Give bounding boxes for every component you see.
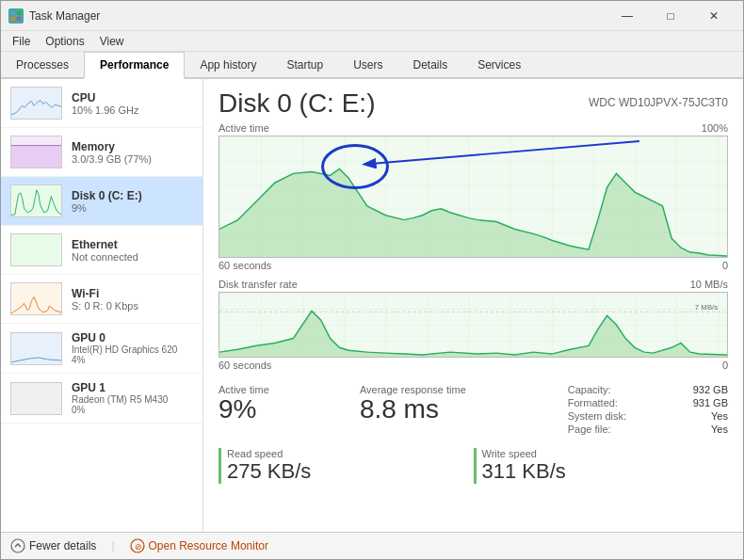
- sidebar-item-memory[interactable]: Memory 3.0/3.9 GB (77%): [1, 128, 202, 177]
- title-bar-left: Task Manager: [8, 8, 100, 24]
- avg-response-value: 8.8 ms: [360, 395, 560, 424]
- cpu-sub: 10% 1.96 GHz: [72, 104, 193, 116]
- gpu0-info: GPU 0 Intel(R) HD Graphics 6204%: [72, 331, 193, 365]
- main-content: CPU 10% 1.96 GHz Memory 3.0/3.9 GB (77%): [1, 79, 743, 532]
- mem-mini-graph: [10, 136, 62, 168]
- chart1-label: Active time: [218, 122, 269, 134]
- detail-panel: Disk 0 (C: E:) WDC WD10JPVX-75JC3T0 Acti…: [203, 79, 743, 532]
- cpu-mini-graph: [10, 87, 62, 120]
- gpu1-info: GPU 1 Radeon (TM) R5 M4300%: [72, 381, 193, 415]
- fewer-details-button[interactable]: Fewer details: [10, 538, 96, 553]
- chart1-max: 100%: [702, 122, 728, 134]
- chart2-footer-left: 60 seconds: [218, 360, 271, 371]
- resource-monitor-icon: ⊘: [130, 538, 145, 553]
- active-time-stat: Active time 9%: [218, 380, 360, 428]
- tab-app-history[interactable]: App history: [185, 52, 271, 79]
- menu-bar: File Options View: [1, 31, 743, 52]
- info-formatted: Formatted: 931 GB: [568, 397, 728, 408]
- sidebar-item-ethernet[interactable]: Ethernet Not connected: [1, 226, 202, 275]
- svg-marker-4: [11, 146, 61, 168]
- chart1-label-row: Active time 100%: [218, 122, 728, 134]
- active-time-chart: [218, 136, 728, 258]
- sidebar-item-gpu1[interactable]: GPU 1 Radeon (TM) R5 M4300%: [1, 374, 202, 424]
- formatted-label: Formatted:: [568, 397, 618, 408]
- task-manager-window: Task Manager — □ ✕ File Options View Pro…: [0, 0, 744, 560]
- cpu-info: CPU 10% 1.96 GHz: [72, 91, 193, 116]
- svg-rect-2: [11, 17, 15, 21]
- open-resource-monitor-link[interactable]: ⊘ Open Resource Monitor: [130, 538, 268, 553]
- menu-view[interactable]: View: [92, 31, 132, 51]
- disk-mini-graph: [10, 184, 62, 217]
- fewer-details-icon: [10, 538, 25, 553]
- chart2-label: Disk transfer rate: [218, 279, 298, 290]
- svg-text:7 MB/s: 7 MB/s: [695, 303, 718, 312]
- tab-users[interactable]: Users: [338, 52, 397, 79]
- disk-info-block: Capacity: 932 GB Formatted: 931 GB Syste…: [568, 380, 728, 440]
- mem-info: Memory 3.0/3.9 GB (77%): [72, 140, 193, 165]
- wifi-title: Wi-Fi: [72, 287, 193, 300]
- capacity-value: 932 GB: [693, 384, 728, 395]
- svg-point-14: [11, 539, 24, 552]
- read-speed-label: Read speed: [227, 448, 459, 459]
- eth-info: Ethernet Not connected: [72, 238, 193, 263]
- svg-text:⊘: ⊘: [135, 542, 142, 552]
- tab-details[interactable]: Details: [397, 52, 462, 79]
- wifi-sub: S: 0 R: 0 Kbps: [72, 300, 193, 312]
- chart1-footer-right: 0: [722, 260, 728, 271]
- gpu0-mini-graph: [10, 332, 62, 365]
- minimize-button[interactable]: —: [606, 3, 649, 29]
- tab-processes[interactable]: Processes: [1, 52, 84, 79]
- page-file-value: Yes: [711, 424, 728, 435]
- menu-options[interactable]: Options: [38, 31, 91, 51]
- transfer-rate-chart: 7 MB/s: [218, 292, 728, 358]
- formatted-value: 931 GB: [693, 397, 728, 408]
- gpu0-sub: Intel(R) HD Graphics 6204%: [72, 344, 193, 365]
- menu-file[interactable]: File: [5, 31, 38, 51]
- read-speed-value: 275 KB/s: [227, 459, 459, 484]
- tab-services[interactable]: Services: [462, 52, 536, 79]
- system-disk-value: Yes: [711, 410, 728, 422]
- speed-section: Read speed 275 KB/s Write speed 311 KB/s: [218, 448, 728, 484]
- tab-performance[interactable]: Performance: [84, 52, 185, 79]
- chart1-footer: 60 seconds 0: [218, 260, 728, 271]
- eth-sub: Not connected: [72, 251, 193, 263]
- svg-rect-0: [11, 11, 15, 15]
- eth-mini-graph: [10, 233, 62, 266]
- divider: |: [111, 539, 114, 552]
- sidebar-item-cpu[interactable]: CPU 10% 1.96 GHz: [1, 79, 202, 128]
- sidebar-item-disk[interactable]: Disk 0 (C: E:) 9%: [1, 177, 202, 226]
- chart2-label-row: Disk transfer rate 10 MB/s: [218, 279, 728, 290]
- bottom-bar: Fewer details | ⊘ Open Resource Monitor: [1, 532, 743, 559]
- window-title: Task Manager: [29, 9, 100, 23]
- cpu-title: CPU: [72, 91, 193, 104]
- close-button[interactable]: ✕: [692, 3, 736, 29]
- info-system-disk: System disk: Yes: [568, 410, 728, 422]
- chart2-footer: 60 seconds 0: [218, 360, 728, 371]
- app-icon: [8, 8, 24, 24]
- tab-startup[interactable]: Startup: [271, 52, 338, 79]
- wifi-mini-graph: [10, 282, 62, 315]
- sidebar: CPU 10% 1.96 GHz Memory 3.0/3.9 GB (77%): [1, 79, 203, 532]
- active-time-chart-section: Active time 100%: [218, 122, 728, 271]
- wifi-info: Wi-Fi S: 0 R: 0 Kbps: [72, 287, 193, 312]
- info-capacity: Capacity: 932 GB: [568, 384, 728, 395]
- sidebar-item-gpu0[interactable]: GPU 0 Intel(R) HD Graphics 6204%: [1, 324, 202, 374]
- maximize-button[interactable]: □: [649, 3, 692, 29]
- detail-header: Disk 0 (C: E:) WDC WD10JPVX-75JC3T0: [218, 88, 728, 119]
- disk-info: Disk 0 (C: E:) 9%: [72, 189, 193, 214]
- write-speed-label: Write speed: [482, 448, 714, 459]
- stats-row: Active time 9% Average response time 8.8…: [218, 380, 728, 440]
- chart2-max: 10 MB/s: [690, 279, 728, 290]
- mem-sub: 3.0/3.9 GB (77%): [72, 153, 193, 165]
- fewer-details-label: Fewer details: [29, 539, 96, 552]
- disk-title: Disk 0 (C: E:): [72, 189, 193, 202]
- write-speed-value: 311 KB/s: [482, 459, 714, 484]
- detail-model: WDC WD10JPVX-75JC3T0: [589, 88, 728, 109]
- sidebar-item-wifi[interactable]: Wi-Fi S: 0 R: 0 Kbps: [1, 275, 202, 324]
- disk-sub: 9%: [72, 202, 193, 214]
- svg-rect-3: [17, 17, 21, 21]
- system-disk-label: System disk:: [568, 410, 626, 422]
- resource-monitor-label: Open Resource Monitor: [149, 539, 268, 552]
- svg-rect-1: [17, 11, 21, 15]
- gpu0-title: GPU 0: [72, 331, 193, 344]
